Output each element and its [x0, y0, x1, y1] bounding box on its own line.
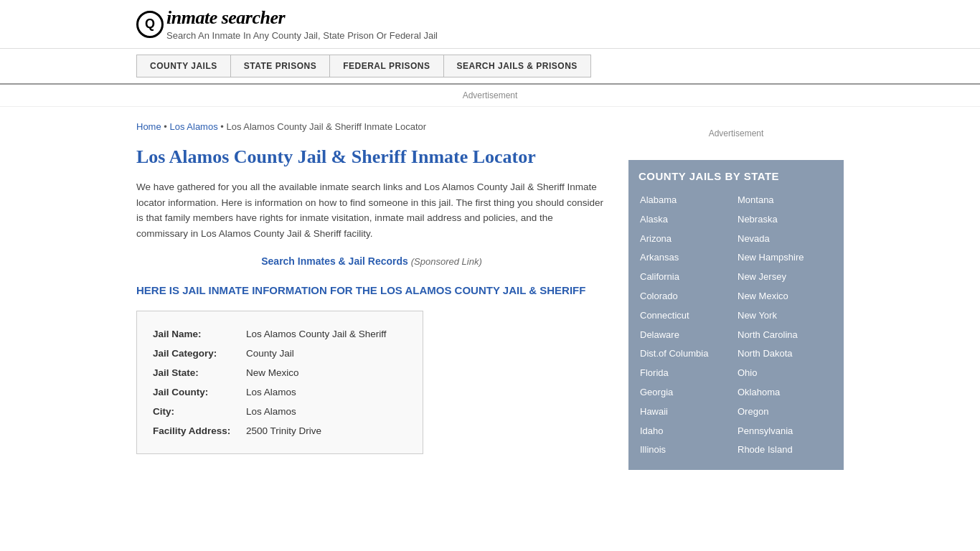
state-link-connecticut[interactable]: Connecticut — [639, 306, 736, 326]
state-link-illinois[interactable]: Illinois — [639, 441, 736, 460]
search-link-area: Search Inmates & Jail Records (Sponsored… — [136, 255, 607, 267]
header: Q inmate searcher Search An Inmate In An… — [0, 0, 980, 49]
jail-city-row: City: Los Alamos — [153, 402, 407, 421]
state-link-oklahoma[interactable]: Oklahoma — [736, 383, 834, 402]
state-link-colorado[interactable]: Colorado — [639, 287, 736, 306]
state-link-hawaii[interactable]: Hawaii — [639, 402, 736, 422]
state-link-pennsylvania[interactable]: Pennsylvania — [736, 422, 834, 441]
state-link-north-dakota[interactable]: North Dakota — [736, 344, 834, 364]
content-area: Home • Los Alamos • Los Alamos County Ja… — [136, 107, 607, 484]
nav-state-prisons[interactable]: STATE PRISONS — [231, 55, 330, 77]
state-link-nebraska[interactable]: Nebraska — [736, 210, 834, 230]
state-link-rhode-island[interactable]: Rhode Island — [736, 441, 834, 460]
state-columns: AlabamaAlaskaArizonaArkansasCaliforniaCo… — [639, 191, 834, 460]
description: We have gathered for you all the availab… — [136, 179, 607, 241]
sponsored-label: (Sponsored Link) — [411, 256, 482, 267]
state-link-georgia[interactable]: Georgia — [639, 383, 736, 402]
section-heading: HERE IS JAIL INMATE INFORMATION FOR THE … — [136, 284, 607, 296]
nav-county-jails[interactable]: COUNTY JAILS — [136, 55, 231, 77]
logo-icon: Q — [136, 11, 164, 38]
jail-state-row: Jail State: New Mexico — [153, 363, 407, 382]
state-link-idaho[interactable]: Idaho — [639, 422, 736, 441]
nav-bar: COUNTY JAILS STATE PRISONS FEDERAL PRISO… — [0, 49, 980, 85]
page-title: Los Alamos County Jail & Sheriff Inmate … — [136, 146, 607, 168]
jail-info-box: Jail Name: Los Alamos County Jail & Sher… — [136, 311, 423, 454]
state-link-new-york[interactable]: New York — [736, 306, 834, 326]
jail-address-label: Facility Address: — [153, 421, 246, 441]
state-link-dist-of-columbia[interactable]: Dist.of Columbia — [639, 344, 736, 364]
breadcrumb-current: Los Alamos County Jail & Sheriff Inmate … — [226, 121, 426, 132]
state-link-alaska[interactable]: Alaska — [639, 210, 736, 230]
breadcrumb-home[interactable]: Home — [136, 121, 161, 132]
states-left-col: AlabamaAlaskaArizonaArkansasCaliforniaCo… — [639, 191, 736, 460]
logo-area: Q inmate searcher Search An Inmate In An… — [136, 7, 844, 41]
state-link-arizona[interactable]: Arizona — [639, 230, 736, 249]
state-link-new-jersey[interactable]: New Jersey — [736, 268, 834, 287]
state-link-delaware[interactable]: Delaware — [639, 326, 736, 345]
jail-state-value: New Mexico — [246, 363, 299, 382]
ad-bar-top: Advertisement — [0, 85, 980, 107]
state-link-montana[interactable]: Montana — [736, 191, 834, 210]
jail-name-row: Jail Name: Los Alamos County Jail & Sher… — [153, 324, 407, 344]
state-link-arkansas[interactable]: Arkansas — [639, 248, 736, 268]
search-inmates-link[interactable]: Search Inmates & Jail Records — [261, 255, 408, 267]
jail-address-value: 2500 Trinity Drive — [246, 421, 321, 441]
jail-city-label: City: — [153, 402, 246, 421]
breadcrumb: Home • Los Alamos • Los Alamos County Ja… — [136, 121, 607, 132]
sidebar-ad-label: Advertisement — [628, 121, 844, 146]
jail-state-label: Jail State: — [153, 363, 246, 382]
states-right-col: MontanaNebraskaNevadaNew HampshireNew Je… — [736, 191, 834, 460]
jail-name-label: Jail Name: — [153, 324, 246, 344]
state-link-alabama[interactable]: Alabama — [639, 191, 736, 210]
jail-city-value: Los Alamos — [246, 402, 296, 421]
breadcrumb-parent[interactable]: Los Alamos — [169, 121, 217, 132]
state-link-oregon[interactable]: Oregon — [736, 402, 834, 422]
sidebar: Advertisement COUNTY JAILS BY STATE Alab… — [628, 107, 844, 484]
nav-search-jails[interactable]: SEARCH JAILS & PRISONS — [444, 55, 591, 77]
state-link-california[interactable]: California — [639, 268, 736, 287]
state-link-new-mexico[interactable]: New Mexico — [736, 287, 834, 306]
logo-text: inmate searcher — [166, 7, 438, 29]
state-box: COUNTY JAILS BY STATE AlabamaAlaskaArizo… — [628, 160, 844, 470]
jail-county-value: Los Alamos — [246, 382, 296, 402]
jail-name-value: Los Alamos County Jail & Sheriff — [246, 324, 387, 344]
jail-category-label: Jail Category: — [153, 344, 246, 363]
tagline: Search An Inmate In Any County Jail, Sta… — [166, 30, 438, 41]
jail-address-row: Facility Address: 2500 Trinity Drive — [153, 421, 407, 441]
jail-category-value: County Jail — [246, 344, 294, 363]
state-link-ohio[interactable]: Ohio — [736, 364, 834, 383]
state-link-nevada[interactable]: Nevada — [736, 230, 834, 249]
jail-county-row: Jail County: Los Alamos — [153, 382, 407, 402]
state-box-title: COUNTY JAILS BY STATE — [639, 170, 834, 182]
jail-county-label: Jail County: — [153, 382, 246, 402]
main-layout: Home • Los Alamos • Los Alamos County Ja… — [0, 107, 980, 484]
state-link-north-carolina[interactable]: North Carolina — [736, 326, 834, 345]
nav-federal-prisons[interactable]: FEDERAL PRISONS — [330, 55, 443, 77]
state-link-florida[interactable]: Florida — [639, 364, 736, 383]
jail-category-row: Jail Category: County Jail — [153, 344, 407, 363]
state-link-new-hampshire[interactable]: New Hampshire — [736, 248, 834, 268]
